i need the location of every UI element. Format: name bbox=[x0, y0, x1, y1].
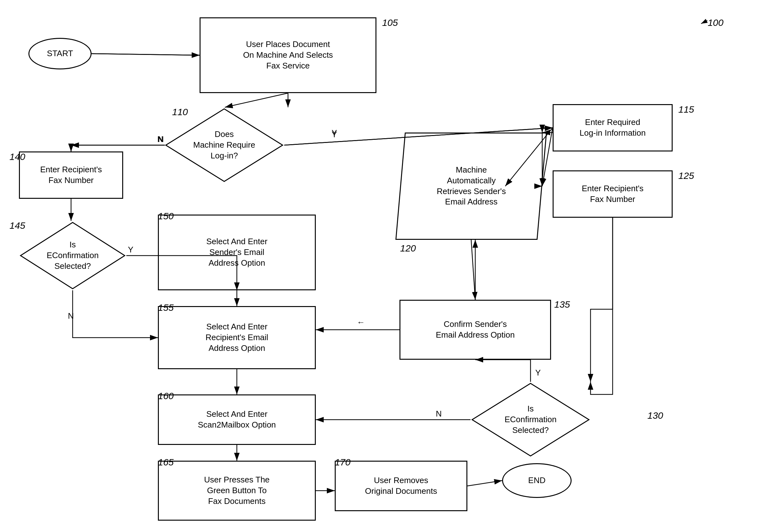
node-155: Select And EnterRecipient's EmailAddress… bbox=[158, 306, 316, 369]
ref-150: 150 bbox=[158, 211, 174, 222]
node-140: Enter Recipient'sFax Number bbox=[19, 151, 123, 199]
svg-text:N: N bbox=[158, 134, 164, 144]
node-115: Enter RequiredLog-in Information bbox=[552, 104, 673, 151]
node-165: User Presses TheGreen Button ToFax Docum… bbox=[158, 461, 316, 521]
svg-text:N: N bbox=[436, 409, 442, 418]
node-170: User RemovesOriginal Documents bbox=[335, 461, 467, 511]
node-105: User Places DocumentOn Machine And Selec… bbox=[200, 17, 376, 93]
node-120: MachineAutomaticallyRetrieves Sender'sEm… bbox=[395, 133, 547, 240]
svg-text:Y: Y bbox=[535, 368, 540, 377]
end-node: END bbox=[502, 463, 571, 498]
ref-155: 155 bbox=[158, 302, 174, 313]
node-110: DoesMachine RequireLog-in? bbox=[164, 107, 284, 183]
svg-text:←: ← bbox=[357, 317, 365, 327]
node-135: Confirm Sender'sEmail Address Option bbox=[399, 300, 551, 360]
ref-170: 170 bbox=[335, 457, 351, 468]
svg-text:Y: Y bbox=[332, 128, 337, 138]
ref-165: 165 bbox=[158, 457, 174, 468]
ref-100: 100 bbox=[708, 17, 724, 28]
svg-text:N: N bbox=[157, 134, 163, 144]
ref-120: 120 bbox=[400, 243, 416, 254]
ref-135: 135 bbox=[554, 299, 570, 310]
ref-160: 160 bbox=[158, 391, 174, 401]
ref-130: 130 bbox=[647, 410, 663, 421]
svg-text:Y: Y bbox=[128, 245, 133, 254]
flowchart-diagram: 100 START User Places DocumentOn Machine… bbox=[0, 0, 774, 532]
start-node: START bbox=[28, 38, 92, 69]
ref-140: 140 bbox=[9, 151, 25, 162]
ref-105: 105 bbox=[382, 17, 398, 28]
node-130: IsEConfirmationSelected? bbox=[470, 382, 591, 458]
node-145: IsEConfirmationSelected? bbox=[19, 221, 126, 290]
node-125: Enter Recipient'sFax Number bbox=[552, 170, 673, 218]
svg-text:N: N bbox=[68, 311, 74, 321]
ref-110: 110 bbox=[172, 107, 188, 117]
svg-text:Y: Y bbox=[332, 130, 337, 139]
node-150: Select And EnterSender's EmailAddress Op… bbox=[158, 215, 316, 290]
svg-line-4 bbox=[92, 54, 200, 55]
ref-125: 125 bbox=[678, 170, 694, 181]
svg-line-5 bbox=[225, 93, 288, 107]
ref-115: 115 bbox=[678, 104, 694, 115]
ref-145: 145 bbox=[9, 220, 25, 231]
node-160: Select And EnterScan2Mailbox Option bbox=[158, 394, 316, 445]
